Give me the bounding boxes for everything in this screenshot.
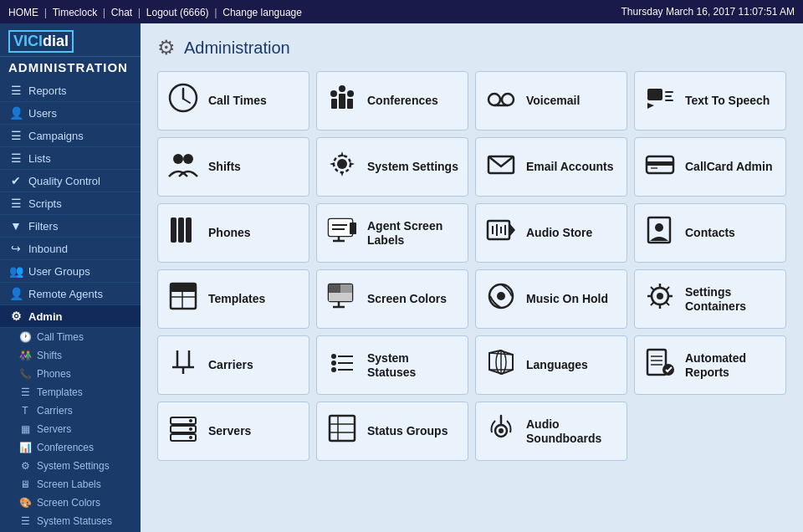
call-times-icon	[166, 82, 200, 120]
grid-item-agent-screen-labels[interactable]: Agent Screen Labels	[316, 203, 468, 263]
svg-point-6	[330, 90, 337, 97]
svg-rect-51	[329, 293, 352, 301]
grid-item-voicemail[interactable]: Voicemail	[475, 71, 627, 130]
sub-carriers-icon: T	[18, 405, 32, 417]
sidebar-item-lists[interactable]: ☰ Lists	[0, 147, 141, 170]
sidebar-item-quality-control[interactable]: ✔ Quality Control	[0, 170, 141, 192]
sidebar-subitem-carriers[interactable]: T Carriers	[0, 402, 141, 420]
carriers-label: Carriers	[208, 358, 253, 372]
system-statuses-icon	[325, 346, 359, 384]
grid-item-audio-soundboards[interactable]: Audio Soundboards	[475, 402, 627, 461]
svg-point-9	[488, 94, 500, 105]
grid-item-automated-reports[interactable]: Automated Reports	[634, 335, 786, 395]
grid-item-carriers[interactable]: Carriers	[157, 335, 309, 395]
conferences-icon	[325, 82, 359, 120]
phones-label: Phones	[208, 226, 251, 240]
automated-reports-label: Automated Reports	[685, 351, 777, 380]
sidebar-item-admin[interactable]: ⚙ Admin	[0, 305, 141, 328]
status-groups-label: Status Groups	[367, 424, 448, 438]
user-groups-icon: 👥	[8, 264, 23, 278]
nav-logout[interactable]: Logout (6666)	[146, 7, 209, 18]
svg-rect-25	[171, 217, 176, 243]
sidebar-item-campaigns[interactable]: ☰ Campaigns	[0, 125, 141, 147]
grid-item-contacts[interactable]: Contacts	[634, 203, 786, 263]
grid-item-phones[interactable]: Phones	[157, 203, 309, 263]
call-times-label: Call Times	[208, 94, 267, 108]
svg-rect-49	[329, 284, 340, 293]
conferences-label: Conferences	[367, 94, 438, 108]
sidebar-item-inbound[interactable]: ↪ Inbound	[0, 238, 141, 260]
sidebar-subitem-servers[interactable]: ▦ Servers	[0, 420, 141, 438]
svg-marker-13	[647, 103, 654, 109]
sidebar-subitem-system-statuses[interactable]: ☰ System Statuses	[0, 512, 141, 530]
sidebar-subitem-system-settings[interactable]: ⚙ System Settings	[0, 457, 141, 475]
sidebar-subitem-screen-colors[interactable]: 🎨 Screen Colors	[0, 494, 141, 512]
svg-line-64	[666, 287, 669, 290]
sidebar-item-reports[interactable]: ☰ Reports	[0, 79, 141, 102]
grid-item-audio-store[interactable]: Audio Store	[475, 203, 627, 263]
svg-point-17	[173, 154, 183, 164]
grid-item-music-on-hold[interactable]: Music On Hold	[475, 269, 627, 329]
grid-item-shifts[interactable]: Shifts	[157, 137, 309, 197]
svg-point-10	[502, 94, 514, 105]
svg-rect-35	[488, 221, 509, 239]
svg-point-8	[347, 90, 354, 97]
grid-item-templates[interactable]: Templates	[157, 269, 309, 329]
sidebar-item-filters[interactable]: ▼ Filters	[0, 215, 141, 238]
grid-item-text-to-speech[interactable]: Text To Speech	[634, 71, 786, 130]
audio-store-label: Audio Store	[526, 226, 592, 240]
svg-rect-44	[171, 284, 196, 292]
grid-item-screen-colors[interactable]: Screen Colors	[316, 269, 468, 329]
grid-item-callcard-admin[interactable]: CallCard Admin	[634, 137, 786, 197]
grid-item-languages[interactable]: Languages	[475, 335, 627, 395]
sidebar-label-users: Users	[28, 107, 57, 120]
svg-rect-92	[330, 416, 355, 441]
logo-vici: VICI	[13, 33, 43, 50]
svg-line-63	[666, 302, 669, 305]
nav-change-language[interactable]: Change language	[222, 7, 302, 18]
contacts-icon	[643, 214, 677, 252]
sidebar-item-scripts[interactable]: ☰ Scripts	[0, 192, 141, 215]
sidebar-subitem-call-times[interactable]: 🕐 Call Times	[0, 328, 141, 346]
audio-soundboards-icon	[484, 412, 518, 450]
svg-rect-5	[347, 99, 353, 109]
sidebar-item-remote-agents[interactable]: 👤 Remote Agents	[0, 283, 141, 305]
grid-item-servers[interactable]: Servers	[157, 402, 309, 461]
sidebar-sublabel-templates: Templates	[37, 386, 83, 398]
sidebar-label-admin: Admin	[28, 310, 62, 323]
nav-home[interactable]: HOME	[8, 7, 38, 18]
nav-timeclock[interactable]: Timeclock	[53, 7, 98, 18]
callcard-admin-label: CallCard Admin	[685, 160, 773, 174]
audio-soundboards-label: Audio Soundboards	[526, 417, 618, 446]
voicemail-icon	[484, 82, 518, 120]
sidebar-label-quality-control: Quality Control	[28, 175, 100, 187]
templates-label: Templates	[208, 292, 265, 306]
svg-point-97	[499, 428, 504, 433]
sidebar-subitem-screen-labels[interactable]: 🖥 Screen Labels	[0, 475, 141, 494]
grid-item-call-times[interactable]: Call Times	[157, 71, 309, 130]
sidebar-sublabel-carriers: Carriers	[37, 405, 73, 417]
music-on-hold-label: Music On Hold	[526, 292, 608, 306]
status-groups-icon	[325, 412, 359, 450]
grid-item-email-accounts[interactable]: Email Accounts	[475, 137, 627, 197]
lists-icon: ☰	[8, 151, 23, 165]
svg-point-70	[331, 354, 336, 359]
sidebar: VICI dial ADMINISTRATION ☰ Reports 👤 Use…	[0, 23, 141, 532]
sidebar-item-user-groups[interactable]: 👥 User Groups	[0, 260, 141, 283]
page-title: ⚙ Administration	[157, 36, 786, 59]
sidebar-item-users[interactable]: 👤 Users	[0, 102, 141, 125]
grid-item-system-statuses[interactable]: System Statuses	[316, 335, 468, 395]
logo: VICI dial	[8, 30, 132, 53]
grid-item-settings-containers[interactable]: Settings Containers	[634, 269, 786, 329]
grid-item-status-groups[interactable]: Status Groups	[316, 402, 468, 461]
sidebar-subitem-conferences[interactable]: 📊 Conferences	[0, 438, 141, 457]
sidebar-subitem-phones[interactable]: 📞 Phones	[0, 365, 141, 383]
grid-item-system-settings[interactable]: System Settings	[316, 137, 468, 197]
nav-chat[interactable]: Chat	[111, 7, 132, 18]
sidebar-subitem-templates[interactable]: ☰ Templates	[0, 383, 141, 402]
grid-item-conferences[interactable]: Conferences	[316, 71, 468, 130]
shifts-icon	[166, 148, 200, 186]
system-statuses-label: System Statuses	[367, 351, 459, 380]
settings-containers-icon	[643, 280, 677, 318]
sidebar-subitem-shifts[interactable]: 👫 Shifts	[0, 346, 141, 365]
